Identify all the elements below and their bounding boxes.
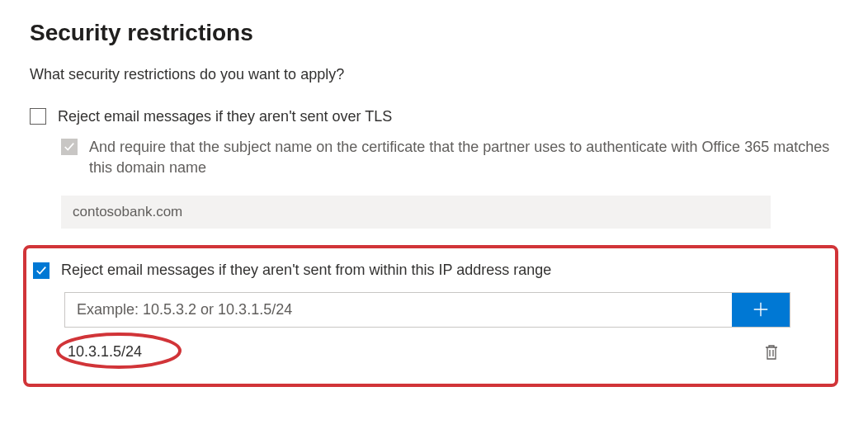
checkmark-icon	[64, 141, 75, 153]
tls-checkbox[interactable]	[30, 108, 46, 125]
cert-subject-option-row: And require that the subject name on the…	[61, 137, 838, 178]
delete-ip-button[interactable]	[761, 341, 782, 364]
page-subtitle: What security restrictions do you want t…	[30, 66, 838, 83]
page-title: Security restrictions	[30, 20, 838, 46]
checkmark-icon	[35, 265, 47, 276]
ip-option-label: Reject email messages if they aren't sen…	[61, 260, 551, 281]
tls-sub-section: And require that the subject name on the…	[61, 137, 838, 228]
tls-label: Reject email messages if they aren't sen…	[58, 106, 392, 127]
ip-input-row	[64, 292, 790, 328]
cert-subject-checkbox	[61, 139, 78, 155]
ip-option-row: Reject email messages if they aren't sen…	[33, 260, 820, 281]
ip-address-input[interactable]	[65, 293, 732, 327]
domain-name-input	[61, 196, 771, 229]
tls-option-row: Reject email messages if they aren't sen…	[30, 106, 838, 127]
plus-icon	[752, 300, 770, 318]
add-ip-button[interactable]	[732, 293, 790, 327]
ip-entry-value: 10.3.1.5/24	[64, 342, 145, 362]
trash-icon	[764, 344, 779, 361]
ip-entry-row: 10.3.1.5/24	[64, 341, 790, 364]
cert-subject-label: And require that the subject name on the…	[89, 137, 838, 178]
annotation-rectangle: Reject email messages if they aren't sen…	[23, 245, 838, 387]
ip-checkbox[interactable]	[33, 262, 50, 279]
